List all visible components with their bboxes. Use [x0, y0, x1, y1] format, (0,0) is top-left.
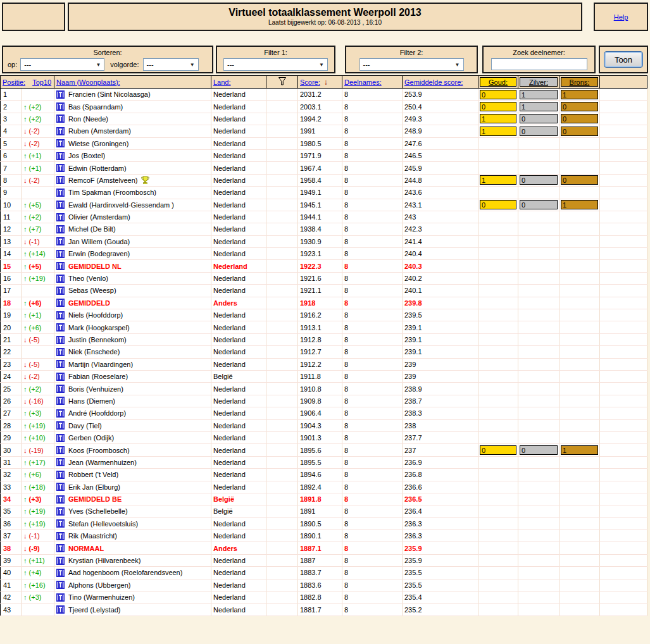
sort-score-link[interactable]: Score: [300, 78, 320, 86]
show-button[interactable]: Toon [604, 51, 643, 68]
entries-cell: 8 [342, 101, 403, 113]
sort-gemiddelde-link[interactable]: Gemiddelde score: [404, 78, 463, 86]
profile-icon[interactable] [56, 213, 65, 221]
sort-goud-link[interactable]: Goud: [489, 78, 508, 86]
profile-icon[interactable] [56, 90, 65, 99]
position-change: (+14) [27, 250, 46, 257]
average-score-cell: 239.1 [403, 321, 478, 333]
name-cell: Alphons (Ubbergen) [54, 579, 211, 591]
filter-funnel-icon[interactable] [278, 77, 287, 86]
sort-brons-link[interactable]: Brons: [570, 78, 590, 86]
search-input[interactable] [491, 58, 587, 70]
goud-cell [478, 333, 518, 345]
profile-icon[interactable] [56, 348, 65, 356]
top10-change-cell: ↑ (+2) [22, 113, 54, 125]
profile-icon[interactable] [56, 495, 65, 504]
profile-icon[interactable] [56, 262, 65, 270]
profile-icon[interactable] [56, 311, 65, 319]
help-link[interactable]: Help [614, 13, 628, 21]
profile-icon[interactable] [56, 360, 65, 368]
profile-icon[interactable] [56, 176, 65, 184]
profile-icon[interactable] [56, 409, 65, 418]
profile-icon[interactable] [56, 373, 65, 381]
average-score-cell: 237 [403, 444, 478, 456]
profile-icon[interactable] [56, 569, 65, 577]
zilver-cell [518, 162, 559, 174]
sort-zilver-link[interactable]: Zilver: [529, 78, 548, 86]
table-row: 4↓ (-2)Ruben (Amsterdam)Nederland1991824… [1, 125, 647, 137]
profile-icon[interactable] [56, 127, 65, 135]
brons-count-badge: 1 [561, 90, 598, 99]
profile-icon[interactable] [56, 544, 65, 552]
sort-naam-link[interactable]: Naam (Woonplaats): [56, 78, 120, 86]
profile-icon[interactable] [56, 237, 65, 245]
name-cell: NORMAAL [54, 542, 211, 554]
profile-icon[interactable] [56, 287, 65, 295]
profile-icon[interactable] [56, 225, 65, 233]
profile-icon[interactable] [56, 189, 65, 197]
zilver-cell [518, 260, 559, 272]
profile-icon[interactable] [56, 336, 65, 344]
profile-icon[interactable] [56, 323, 65, 331]
profile-icon[interactable] [56, 532, 65, 540]
top10-change-cell: ↓ (-2) [22, 137, 54, 149]
profile-icon[interactable] [56, 250, 65, 258]
profile-icon[interactable] [56, 115, 65, 123]
goud-cell [478, 358, 518, 370]
profile-icon[interactable] [56, 102, 65, 111]
profile-icon[interactable] [56, 434, 65, 442]
profile-icon[interactable] [56, 164, 65, 172]
goud-cell [478, 469, 518, 481]
profile-icon[interactable] [56, 275, 65, 283]
name-cell: Theo (Venlo) [54, 272, 211, 284]
position-change: (-2) [27, 140, 40, 147]
goud-cell: 0 [478, 89, 518, 101]
profile-icon[interactable] [56, 385, 65, 393]
country-cell: Nederland [211, 125, 266, 137]
profile-icon[interactable] [56, 152, 65, 160]
sort-deelnames-link[interactable]: Deelnames: [344, 78, 382, 86]
profile-icon[interactable] [56, 581, 65, 589]
table-row: 26↓ (-16)Hans (Diemen)Nederland1909.8823… [1, 395, 647, 407]
profile-icon[interactable] [56, 605, 65, 614]
brons-cell [559, 604, 600, 616]
profile-icon[interactable] [56, 201, 65, 209]
zilver-cell: 0 [518, 174, 559, 186]
country-cell: Nederland [211, 235, 266, 247]
table-row: 16↑ (+19)Theo (Venlo)Nederland1921.68240… [1, 272, 647, 284]
goud-cell [478, 297, 518, 309]
sort-top10-link[interactable]: Top10 [32, 78, 51, 86]
profile-icon[interactable] [56, 458, 65, 466]
filter1-select[interactable]: --- ▼ [223, 58, 328, 71]
position-cell: 9 [1, 187, 22, 199]
profile-icon[interactable] [56, 421, 65, 430]
profile-icon[interactable] [56, 471, 65, 479]
goud-count-badge: 0 [480, 90, 516, 99]
participant-name: Alphons (Ubbergen) [68, 581, 130, 589]
profile-icon[interactable] [56, 299, 65, 307]
score-cell: 1938.4 [298, 223, 342, 235]
profile-icon[interactable] [56, 519, 65, 528]
profile-icon[interactable] [56, 397, 65, 405]
header-goud: Goud: [478, 76, 518, 89]
filter-spacer-cell [266, 211, 298, 223]
sort-order-select[interactable]: --- ▼ [143, 58, 199, 71]
sort-land-link[interactable]: Land: [213, 78, 231, 86]
average-score-cell: 236.4 [403, 505, 478, 517]
profile-icon[interactable] [56, 507, 65, 516]
profile-icon[interactable] [56, 139, 65, 147]
filter-spacer-cell [266, 444, 298, 456]
table-row: 41↑ (+16)Alphons (Ubbergen)Nederland1883… [1, 579, 647, 591]
filter2-select[interactable]: --- ▼ [359, 58, 464, 71]
position-cell: 10 [1, 199, 22, 211]
trailing-spacer-cell [600, 187, 647, 199]
participant-name: Tjeerd (Lelystad) [68, 606, 121, 614]
table-row: 36↑ (+19)Stefan (Hellevoetsluis)Nederlan… [1, 517, 647, 529]
profile-icon[interactable] [56, 557, 65, 565]
sort-op-select[interactable]: --- ▼ [20, 58, 104, 71]
profile-icon[interactable] [56, 593, 65, 602]
sort-positie-link[interactable]: Positie: [3, 78, 25, 86]
table-row: 11↑ (+2)Olivier (Amsterdam)Nederland1944… [1, 211, 647, 223]
profile-icon[interactable] [56, 483, 65, 491]
profile-icon[interactable] [56, 446, 65, 454]
